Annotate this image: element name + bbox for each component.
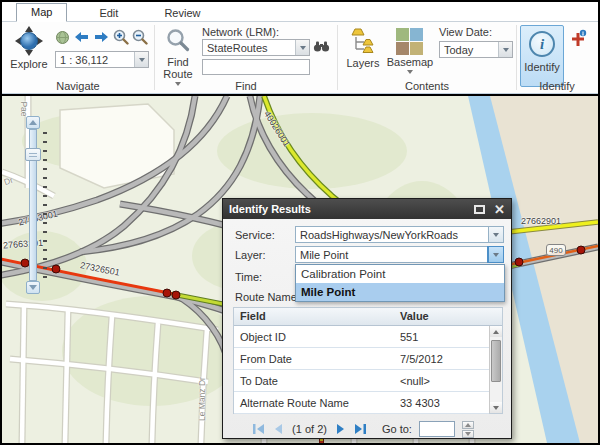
column-header-field[interactable]: Field bbox=[234, 308, 394, 325]
explore-button[interactable]: Explore bbox=[5, 25, 53, 70]
identify-button[interactable]: i Identify bbox=[520, 25, 564, 87]
map-viewport[interactable]: 27663001 27663101 27326501 40026001 2766… bbox=[2, 94, 598, 443]
street-label: Le Manz Dr bbox=[197, 373, 207, 421]
tab-map[interactable]: Map bbox=[16, 3, 67, 22]
full-extent-globe-icon[interactable] bbox=[55, 30, 70, 45]
previous-page-icon[interactable] bbox=[272, 423, 283, 435]
dialog-title: Identify Results bbox=[229, 203, 311, 215]
basemap-caret-icon bbox=[407, 70, 413, 74]
value-cell: 551 bbox=[394, 326, 489, 347]
goto-label: Go to: bbox=[382, 423, 412, 435]
layers-button[interactable]: Layers bbox=[341, 25, 385, 69]
route-label: 27662901 bbox=[521, 216, 561, 226]
layer-value: Mile Point bbox=[296, 247, 488, 262]
next-extent-arrow-icon[interactable] bbox=[93, 30, 110, 44]
goto-input[interactable] bbox=[419, 421, 455, 437]
service-label: Service: bbox=[235, 229, 275, 241]
first-page-icon[interactable] bbox=[252, 423, 265, 435]
table-row[interactable]: From Date 7/5/2012 bbox=[234, 348, 489, 370]
explore-label: Explore bbox=[5, 58, 53, 70]
page-indicator: (1 of 2) bbox=[290, 423, 329, 435]
table-row[interactable]: Object ID 551 bbox=[234, 326, 489, 348]
zoom-out-icon[interactable] bbox=[132, 29, 148, 45]
identify-results-dialog: Identify Results ✕ Service: RoadsHighway… bbox=[222, 198, 512, 439]
basemap-label: Basemap bbox=[385, 56, 435, 68]
layers-label: Layers bbox=[341, 57, 385, 69]
last-page-icon[interactable] bbox=[354, 423, 367, 435]
table-scrollbar[interactable] bbox=[489, 326, 502, 413]
view-date-label: View Date: bbox=[439, 26, 513, 38]
field-cell: Alternate Route Name bbox=[234, 392, 394, 413]
tab-edit[interactable]: Edit bbox=[85, 5, 132, 22]
group-label-find: Find bbox=[155, 80, 337, 92]
scrollbar-thumb[interactable] bbox=[491, 340, 501, 382]
pagination-bar: (1 of 2) Go to: bbox=[223, 420, 503, 438]
zoom-in-icon[interactable] bbox=[113, 29, 129, 45]
group-label-navigate: Navigate bbox=[2, 80, 154, 92]
group-identify: i Identify Identify bbox=[517, 22, 597, 93]
identify-info-icon: i bbox=[529, 31, 555, 57]
attributes-table: Field Value Object ID 551 From Date 7/5/… bbox=[233, 307, 503, 414]
view-date-value: Today bbox=[444, 44, 498, 56]
network-dropdown-arrow[interactable] bbox=[295, 40, 309, 55]
group-find: Find Route Network (LRM): StateRoutes Fi… bbox=[155, 22, 337, 93]
view-date-combo[interactable]: Today bbox=[439, 41, 513, 58]
view-date-dropdown-arrow[interactable] bbox=[498, 42, 512, 57]
scale-combo[interactable]: 1 : 36,112 bbox=[55, 51, 149, 68]
service-combo[interactable]: RoadsHighways/NewYorkRoads bbox=[295, 226, 504, 243]
close-icon[interactable]: ✕ bbox=[494, 203, 505, 216]
basemap-tiles-icon bbox=[396, 28, 424, 56]
tab-review[interactable]: Review bbox=[150, 5, 214, 22]
explore-icon bbox=[13, 46, 45, 58]
scale-dropdown-arrow[interactable] bbox=[134, 52, 148, 67]
field-cell: Object ID bbox=[234, 326, 394, 347]
table-row[interactable]: To Date <null> bbox=[234, 370, 489, 392]
layer-dropdown-arrow[interactable] bbox=[488, 247, 503, 262]
group-navigate: Explore bbox=[2, 22, 154, 93]
scroll-down-icon[interactable] bbox=[490, 402, 502, 413]
zoom-slider-down-button[interactable] bbox=[26, 281, 40, 294]
spinner-up-icon[interactable] bbox=[462, 421, 474, 429]
layer-dropdown-list: Calibration Point Mile Point bbox=[295, 264, 505, 302]
service-value: RoadsHighways/NewYorkRoads bbox=[296, 227, 488, 242]
goto-spinner[interactable] bbox=[462, 421, 474, 438]
dropdown-option-mile-point[interactable]: Mile Point bbox=[296, 283, 504, 301]
route-name-label: Route Name: bbox=[235, 291, 300, 303]
group-contents: Layers Basemap View Date: Today Contents bbox=[338, 22, 516, 93]
network-lrm-label: Network (LRM): bbox=[202, 26, 330, 38]
maximize-icon[interactable] bbox=[474, 205, 485, 214]
field-cell: From Date bbox=[234, 348, 394, 369]
group-label-contents: Contents bbox=[338, 80, 516, 92]
route-input[interactable] bbox=[202, 59, 310, 75]
identify-route-tool-icon[interactable] bbox=[569, 29, 587, 49]
layer-combo[interactable]: Mile Point bbox=[295, 246, 504, 263]
dialog-title-bar[interactable]: Identify Results ✕ bbox=[223, 199, 511, 219]
application-window: Map Edit Review Explore bbox=[0, 0, 600, 445]
spinner-down-icon[interactable] bbox=[462, 430, 474, 438]
ribbon: Explore bbox=[2, 22, 598, 94]
scale-value: 1 : 36,112 bbox=[60, 54, 134, 66]
layer-label: Layer: bbox=[235, 249, 266, 261]
dropdown-option-calibration-point[interactable]: Calibration Point bbox=[296, 265, 504, 283]
scroll-up-icon[interactable] bbox=[490, 326, 502, 337]
binoculars-icon[interactable] bbox=[313, 40, 330, 55]
previous-extent-arrow-icon[interactable] bbox=[73, 30, 90, 44]
basemap-button[interactable]: Basemap bbox=[385, 25, 435, 74]
table-row[interactable]: Alternate Route Name 33 4303 bbox=[234, 392, 489, 414]
find-route-button[interactable]: Find Route bbox=[158, 25, 198, 86]
field-cell: To Date bbox=[234, 370, 394, 391]
network-combo[interactable]: StateRoutes bbox=[202, 39, 310, 56]
value-cell: <null> bbox=[394, 370, 489, 391]
zoom-slider-up-button[interactable] bbox=[26, 116, 40, 129]
service-dropdown-arrow[interactable] bbox=[488, 227, 503, 242]
find-route-magnifier-icon bbox=[166, 42, 190, 54]
network-value: StateRoutes bbox=[207, 42, 295, 54]
column-header-value[interactable]: Value bbox=[394, 308, 502, 325]
street-label: Pae bbox=[19, 101, 29, 116]
next-page-icon[interactable] bbox=[336, 423, 347, 435]
value-cell: 7/5/2012 bbox=[394, 348, 489, 369]
zoom-slider-handle[interactable] bbox=[25, 148, 41, 161]
layers-tree-icon bbox=[349, 45, 377, 57]
highway-shield-490: 490 bbox=[546, 244, 566, 256]
time-label: Time: bbox=[235, 271, 262, 283]
